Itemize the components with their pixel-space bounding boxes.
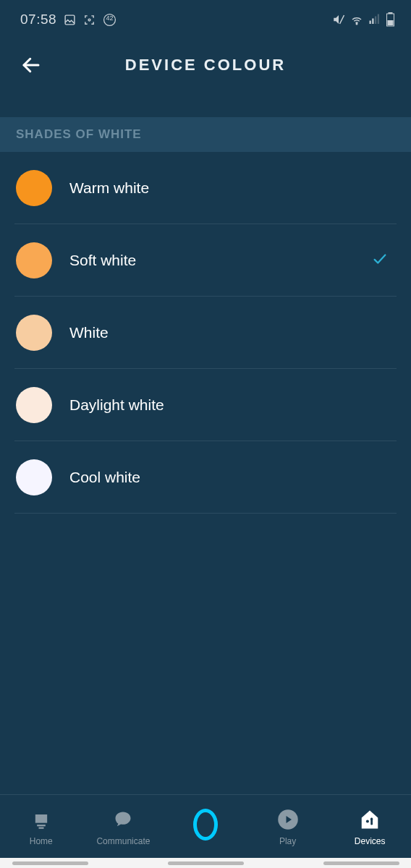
page-title: DEVICE COLOUR	[0, 56, 411, 75]
gesture-pill	[323, 861, 399, 865]
svg-rect-5	[370, 21, 371, 25]
status-right	[332, 12, 395, 27]
svg-rect-15	[38, 827, 43, 828]
nav-play[interactable]: Play	[247, 807, 329, 846]
colour-list: Warm whiteSoft whiteWhiteDaylight whiteC…	[0, 152, 411, 514]
svg-point-17	[366, 820, 369, 822]
svg-point-1	[88, 19, 90, 21]
nav-communicate[interactable]: Communicate	[82, 807, 165, 846]
svg-rect-6	[372, 19, 373, 25]
signal-icon	[368, 13, 381, 26]
colour-swatch	[16, 170, 52, 206]
alexa-icon	[193, 812, 218, 837]
colour-label: Daylight white	[69, 396, 164, 414]
svg-rect-8	[378, 14, 379, 25]
svg-point-4	[356, 23, 357, 25]
nav-label: Communicate	[96, 836, 150, 846]
gesture-pill	[12, 861, 88, 865]
colour-swatch	[16, 242, 52, 278]
chat-icon	[111, 807, 135, 832]
picture-icon	[64, 14, 76, 26]
back-button[interactable]	[20, 51, 49, 80]
svg-point-19	[370, 817, 373, 820]
section-header: SHADES OF WHITE	[0, 117, 411, 152]
nav-home[interactable]: Home	[0, 807, 82, 846]
colour-row[interactable]: Cool white	[14, 441, 397, 514]
check-icon	[369, 251, 391, 270]
colour-label: Cool white	[69, 469, 140, 486]
colour-row[interactable]: White	[14, 297, 397, 369]
play-icon	[276, 807, 300, 832]
status-bar: 07:58 42	[0, 0, 411, 39]
arrow-left-icon	[20, 54, 42, 76]
colour-label: Soft white	[69, 252, 136, 269]
colour-row[interactable]: Daylight white	[14, 369, 397, 441]
status-time: 07:58	[20, 12, 56, 27]
devices-icon	[357, 807, 382, 832]
nav-label: Play	[279, 836, 296, 846]
colour-row[interactable]: Warm white	[14, 152, 397, 224]
header: DEVICE COLOUR	[0, 43, 411, 87]
colour-label: White	[69, 324, 109, 341]
colour-swatch	[16, 387, 52, 423]
nav-devices[interactable]: Devices	[329, 807, 411, 846]
nav-alexa[interactable]	[164, 812, 247, 841]
home-icon	[29, 807, 54, 832]
colour-row[interactable]: Soft white	[14, 224, 397, 297]
colour-swatch	[16, 459, 52, 495]
svg-rect-7	[375, 17, 376, 25]
nav-label: Home	[30, 836, 53, 846]
badge-count: 42	[103, 14, 116, 22]
colour-label: Warm white	[69, 179, 149, 197]
bottom-nav: Home Communicate Play Devices	[0, 794, 411, 858]
battery-icon	[386, 12, 395, 27]
fullscreen-icon	[83, 14, 96, 26]
mute-icon	[332, 13, 345, 26]
gesture-pill	[168, 861, 244, 865]
gesture-bar	[0, 858, 411, 868]
nav-label: Devices	[355, 836, 386, 846]
svg-rect-11	[388, 20, 394, 25]
badge-icon: 42	[103, 13, 116, 27]
colour-swatch	[16, 315, 52, 351]
wifi-icon	[349, 13, 364, 26]
svg-rect-14	[37, 825, 46, 826]
svg-line-3	[340, 15, 344, 24]
status-left: 07:58 42	[20, 12, 116, 27]
svg-rect-13	[35, 814, 47, 823]
svg-rect-0	[65, 15, 75, 25]
